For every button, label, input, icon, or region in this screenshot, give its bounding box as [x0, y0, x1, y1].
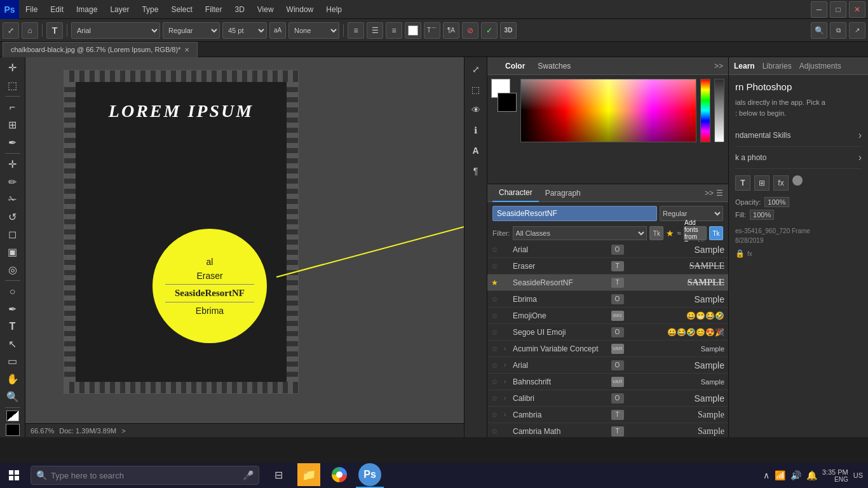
color-panel-expand[interactable]: >> — [714, 62, 723, 71]
right-icon-type[interactable]: A — [466, 141, 485, 160]
eraser-tool[interactable]: ◻ — [3, 226, 22, 243]
search-btn[interactable]: 🔍 — [811, 22, 827, 39]
right-icon-para[interactable]: ¶ — [466, 161, 485, 180]
tray-expand-icon[interactable]: ∧ — [763, 470, 770, 480]
panel-expand-btn[interactable]: >> — [705, 189, 714, 198]
tab-close-btn[interactable]: ✕ — [184, 46, 189, 53]
menu-help[interactable]: Help — [320, 0, 348, 18]
star-acumin[interactable]: ☆ — [491, 344, 501, 353]
font-row-arial-2[interactable]: ☆ › Arial O Sample — [487, 357, 728, 374]
font-row-emojione[interactable]: ☆ EmojiOne IMG 😀😁😂🤣 — [487, 308, 728, 324]
font-row-arial-1[interactable]: ☆ Arial O Sample — [487, 241, 728, 258]
text-tool[interactable]: T — [3, 318, 22, 335]
taskbar-task-view[interactable]: ⊟ — [264, 463, 292, 488]
font-row-seguiemoji[interactable]: ☆ Segoe UI Emoji O 😀😂🤣😊😍🎉 — [487, 324, 728, 341]
tray-network-icon[interactable]: 📶 — [775, 470, 785, 480]
lasso-tool[interactable]: ⌐ — [3, 99, 22, 116]
alpha-slider[interactable] — [714, 79, 724, 142]
eyedropper-tool[interactable]: ✒ — [3, 134, 22, 151]
menu-select[interactable]: Select — [165, 0, 198, 18]
close-button[interactable]: ✕ — [849, 1, 865, 18]
healing-tool[interactable]: ✛ — [3, 156, 22, 173]
font-row-calibri[interactable]: ☆ › Calibri O Sample — [487, 390, 728, 407]
right-icon-eye[interactable]: 👁 — [466, 100, 485, 119]
hand-tool[interactable]: ✋ — [3, 371, 22, 388]
star-emojione[interactable]: ☆ — [491, 311, 501, 320]
typekit-icon[interactable]: Tk — [709, 226, 723, 240]
align-center-btn[interactable]: ☰ — [367, 22, 383, 39]
pen-tool[interactable]: ✒ — [3, 301, 22, 317]
star-cambria-math[interactable]: ☆ — [491, 427, 501, 436]
add-typekit-btn[interactable]: Add fonts from Typekit — [684, 226, 707, 240]
taskbar-file-explorer[interactable]: 📁 — [295, 463, 323, 488]
bg-color-swatch[interactable] — [498, 93, 517, 112]
font-row-ebrima-1[interactable]: ☆ Ebrima O Sample — [487, 291, 728, 308]
shape-tool[interactable]: ▭ — [3, 353, 22, 370]
menu-image[interactable]: Image — [70, 0, 104, 18]
dodge-tool[interactable]: ○ — [3, 283, 22, 300]
color-spectrum[interactable] — [520, 79, 696, 142]
fg-color[interactable] — [6, 424, 20, 436]
expand-cambria[interactable]: › — [504, 411, 510, 418]
expand-arial-2[interactable]: › — [504, 362, 510, 369]
font-row-bahn[interactable]: ☆ › Bahnschrift VAR Sample — [487, 374, 728, 390]
learn-tool-t[interactable]: T — [735, 175, 750, 191]
menu-layer[interactable]: Layer — [104, 0, 135, 18]
font-family-select[interactable]: Arial — [71, 22, 160, 39]
commit-text-btn[interactable]: ✓ — [481, 22, 498, 39]
menu-window[interactable]: Window — [280, 0, 320, 18]
brush-tool[interactable]: ✏ — [3, 173, 22, 190]
star-seaside[interactable]: ★ — [491, 278, 501, 287]
paragraph-tab[interactable]: Paragraph — [539, 184, 587, 202]
learn-tool-layer[interactable]: ⊞ — [754, 175, 770, 191]
start-button[interactable] — [0, 463, 28, 488]
star-seguiemoji[interactable]: ☆ — [491, 328, 501, 337]
star-filter-btn[interactable]: ★ — [666, 228, 674, 238]
align-left-btn[interactable]: ≡ — [348, 22, 364, 39]
star-calibri[interactable]: ☆ — [491, 394, 501, 403]
cancel-text-btn[interactable]: ⊘ — [462, 22, 478, 39]
star-cambria[interactable]: ☆ — [491, 410, 501, 419]
blur-tool[interactable]: ◎ — [3, 261, 22, 278]
crop-tool[interactable]: ⊞ — [3, 117, 22, 133]
menu-type[interactable]: Type — [135, 0, 165, 18]
anti-alias-select[interactable]: None — [288, 22, 339, 39]
minimize-button[interactable]: ─ — [811, 1, 827, 18]
learn-tab[interactable]: Learn — [734, 62, 755, 71]
menu-3d[interactable]: 3D — [228, 0, 250, 18]
font-row-cambria[interactable]: ☆ › Cambria T Sample — [487, 407, 728, 423]
path-select-tool[interactable]: ↖ — [3, 336, 22, 352]
menu-filter[interactable]: Filter — [199, 0, 229, 18]
libraries-tab[interactable]: Libraries — [763, 62, 792, 71]
expand-bahn[interactable]: › — [504, 378, 510, 385]
font-row-acumin[interactable]: ☆ › Acumin Variable Concept VAR Sample — [487, 341, 728, 357]
history-brush[interactable]: ↺ — [3, 208, 22, 225]
similar-filter-btn[interactable]: ≈ — [677, 229, 681, 238]
font-size-select[interactable]: 45 pt — [222, 22, 267, 39]
file-tab[interactable]: chalkboard-black.jpg @ 66.7% (Lorem Ipsu… — [3, 42, 198, 57]
hue-slider[interactable] — [700, 79, 710, 142]
expand-acumin[interactable]: › — [504, 345, 510, 352]
panel-menu-btn[interactable]: ☰ — [716, 189, 723, 198]
clone-tool[interactable]: ✁ — [3, 191, 22, 208]
font-row-seaside[interactable]: ★ SeasideResortNF T SAMPLE — [487, 274, 728, 291]
tray-notification-icon[interactable]: 🔔 — [806, 470, 817, 480]
right-icon-move[interactable]: ⤢ — [466, 60, 485, 79]
font-size-icon[interactable]: aA — [269, 22, 286, 39]
char-para-btn[interactable]: ¶A — [443, 22, 459, 39]
taskbar-photoshop[interactable]: Ps — [356, 463, 384, 488]
star-eraser-1[interactable]: ☆ — [491, 262, 501, 271]
clock-area[interactable]: 3:35 PM ENG — [822, 468, 848, 483]
text-tool-btn[interactable]: T — [46, 22, 63, 39]
home-btn[interactable]: ⌂ — [22, 22, 38, 39]
color-tab[interactable] — [492, 57, 505, 75]
warp-text-btn[interactable]: T⌒ — [424, 22, 440, 39]
learn-tool-effects[interactable]: fx — [773, 175, 789, 191]
tray-speaker-icon[interactable]: 🔊 — [790, 470, 801, 480]
adjustments-tab[interactable]: Adjustments — [799, 62, 841, 71]
zoom-tool[interactable]: 🔍 — [3, 388, 22, 405]
star-arial-2[interactable]: ☆ — [491, 361, 501, 370]
menu-edit[interactable]: Edit — [44, 0, 70, 18]
taskbar-chrome[interactable] — [325, 463, 353, 488]
star-bahn[interactable]: ☆ — [491, 377, 501, 386]
